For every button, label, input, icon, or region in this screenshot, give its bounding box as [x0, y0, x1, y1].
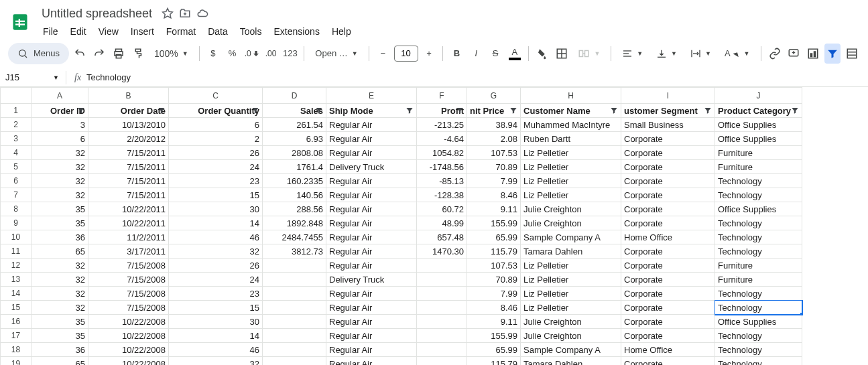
- cell[interactable]: Technology: [715, 244, 802, 259]
- cell[interactable]: 7/15/2011: [88, 174, 169, 188]
- header-cell[interactable]: Customer Name: [521, 104, 621, 118]
- row-header[interactable]: 5: [1, 160, 32, 174]
- cell[interactable]: Technology: [715, 287, 802, 301]
- currency-button[interactable]: $: [205, 44, 222, 64]
- merge-button[interactable]: ▼: [572, 44, 605, 64]
- row-header[interactable]: 3: [1, 132, 32, 146]
- grid[interactable]: ABCDEFGHIJ1Order IDOrder DateOrder Quant…: [0, 87, 868, 365]
- cell[interactable]: Corporate: [621, 287, 715, 301]
- cell[interactable]: Office Supplies: [715, 132, 802, 146]
- redo-button[interactable]: [91, 44, 108, 64]
- cell[interactable]: 9.11: [467, 315, 521, 329]
- cell[interactable]: 7/15/2011: [88, 160, 169, 174]
- cell[interactable]: 7/15/2008: [88, 301, 169, 315]
- menu-format[interactable]: Format: [161, 23, 201, 40]
- cell[interactable]: Liz Pelletier: [521, 160, 621, 174]
- row-header[interactable]: 8: [1, 202, 32, 216]
- borders-button[interactable]: [554, 44, 570, 64]
- cell[interactable]: 23: [169, 174, 263, 188]
- cell[interactable]: Home Office: [621, 343, 715, 357]
- cell[interactable]: 7/15/2011: [88, 188, 169, 202]
- chart-button[interactable]: [805, 44, 822, 64]
- menu-file[interactable]: File: [38, 23, 64, 40]
- strike-button[interactable]: S: [487, 44, 504, 64]
- cell[interactable]: 10/22/2008: [88, 315, 169, 329]
- cell[interactable]: Corporate: [621, 174, 715, 188]
- col-header-F[interactable]: F: [417, 88, 467, 104]
- undo-button[interactable]: [72, 44, 88, 64]
- row-header[interactable]: 19: [1, 357, 32, 366]
- cell[interactable]: 70.89: [467, 160, 521, 174]
- cell[interactable]: 35: [32, 216, 88, 230]
- cell[interactable]: -213.25: [417, 118, 467, 132]
- cell[interactable]: Regular Air: [326, 146, 417, 160]
- cell[interactable]: 36: [32, 230, 88, 244]
- col-header-E[interactable]: E: [326, 88, 417, 104]
- cell[interactable]: 2/20/2012: [88, 132, 169, 146]
- cell[interactable]: Regular Air: [326, 230, 417, 244]
- text-color-button[interactable]: A: [506, 44, 523, 64]
- cell[interactable]: -128.38: [417, 188, 467, 202]
- percent-button[interactable]: %: [224, 44, 241, 64]
- cell[interactable]: 3/17/2011: [88, 244, 169, 259]
- cell[interactable]: Regular Air: [326, 188, 417, 202]
- cell[interactable]: Corporate: [621, 188, 715, 202]
- print-button[interactable]: [111, 44, 127, 64]
- cell[interactable]: Furniture: [715, 273, 802, 287]
- cell[interactable]: 32: [32, 160, 88, 174]
- cell[interactable]: Office Supplies: [715, 202, 802, 216]
- menu-insert[interactable]: Insert: [125, 23, 160, 40]
- header-cell[interactable]: Product Category: [715, 104, 802, 118]
- cell[interactable]: Regular Air: [326, 301, 417, 315]
- cell[interactable]: Regular Air: [326, 315, 417, 329]
- cell[interactable]: [263, 357, 326, 366]
- increase-font-size-button[interactable]: +: [421, 44, 438, 64]
- cell[interactable]: 7/15/2008: [88, 287, 169, 301]
- cell[interactable]: Corporate: [621, 244, 715, 259]
- col-header-G[interactable]: G: [467, 88, 521, 104]
- cell[interactable]: Furniture: [715, 259, 802, 273]
- cell[interactable]: 107.53: [467, 146, 521, 160]
- move-icon[interactable]: [179, 7, 191, 19]
- cell[interactable]: Sample Company A: [521, 343, 621, 357]
- cell[interactable]: 65.99: [467, 230, 521, 244]
- cell[interactable]: 107.53: [467, 259, 521, 273]
- row-header[interactable]: 7: [1, 188, 32, 202]
- sheets-logo[interactable]: [8, 10, 32, 34]
- cell[interactable]: [417, 287, 467, 301]
- cell[interactable]: [263, 259, 326, 273]
- cell[interactable]: [417, 315, 467, 329]
- cell[interactable]: [417, 273, 467, 287]
- cell[interactable]: Office Supplies: [715, 118, 802, 132]
- formula-input[interactable]: Technology: [86, 72, 868, 82]
- cell[interactable]: Technology: [715, 329, 802, 343]
- cell[interactable]: [263, 315, 326, 329]
- cell[interactable]: 32: [169, 357, 263, 366]
- cell[interactable]: Technology: [715, 301, 802, 315]
- cell[interactable]: 14: [169, 216, 263, 230]
- select-all-corner[interactable]: [1, 88, 32, 104]
- cell[interactable]: Liz Pelletier: [521, 188, 621, 202]
- table-view-button[interactable]: [843, 44, 860, 64]
- cell[interactable]: 288.56: [263, 202, 326, 216]
- row-header[interactable]: 2: [1, 118, 32, 132]
- cell[interactable]: 36: [32, 343, 88, 357]
- cell[interactable]: [417, 259, 467, 273]
- header-cell[interactable]: Ship Mode: [326, 104, 417, 118]
- cell[interactable]: [417, 329, 467, 343]
- cell[interactable]: 3: [32, 118, 88, 132]
- cell[interactable]: Technology: [715, 230, 802, 244]
- comment-button[interactable]: [786, 44, 802, 64]
- cell[interactable]: 65.99: [467, 343, 521, 357]
- cell[interactable]: 15: [169, 188, 263, 202]
- cell[interactable]: 26: [169, 259, 263, 273]
- cell[interactable]: Ruben Dartt: [521, 132, 621, 146]
- cell[interactable]: 35: [32, 315, 88, 329]
- row-header[interactable]: 14: [1, 287, 32, 301]
- filter-button[interactable]: [824, 44, 841, 64]
- cell[interactable]: Liz Pelletier: [521, 301, 621, 315]
- bold-button[interactable]: B: [448, 44, 465, 64]
- cell[interactable]: Small Business: [621, 118, 715, 132]
- menu-tools[interactable]: Tools: [235, 23, 267, 40]
- cell[interactable]: Corporate: [621, 315, 715, 329]
